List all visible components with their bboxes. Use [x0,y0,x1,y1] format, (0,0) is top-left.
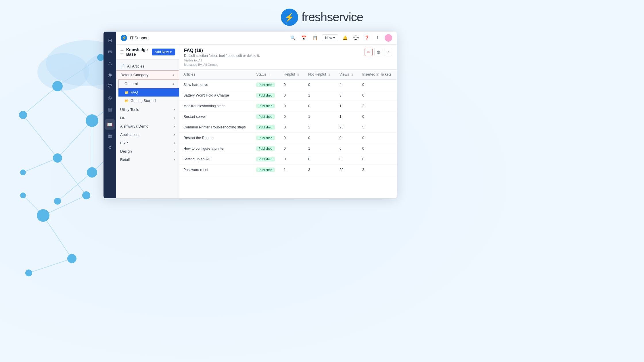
sidebar-item-faq[interactable]: 📁 FAQ [118,88,179,97]
add-new-button[interactable]: Add New ▾ [152,49,175,55]
nav-item-alerts[interactable]: ⚠ [105,58,115,68]
chevron-up-icon: ▲ [172,73,175,76]
chevron-up-icon-general: ▲ [172,82,175,85]
svg-line-8 [23,158,57,172]
sidebar-category-design[interactable]: Design ▾ [116,147,179,155]
table-row: Password reset Published 1 3 29 3 [179,165,397,175]
col-helpful[interactable]: Helpful ⇅ [280,70,304,80]
col-status[interactable]: Status ⇅ [252,70,280,80]
nav-divider [106,117,113,117]
svg-point-21 [19,111,27,119]
article-name[interactable]: Setting up an AD [179,154,252,165]
add-new-label: Add New [155,50,169,54]
document-icon: 📄 [120,64,125,68]
sidebar-category-default: Default Category ▲ General ▲ 📁 FAQ [116,70,179,105]
article-helpful: 0 [280,111,304,122]
article-name[interactable]: Mac troubleshooting steps [179,101,252,111]
faq-managed-by: Managed By: All Groups [184,63,260,66]
articles-table-container: Articles Status ⇅ Helpful ⇅ Not Helpful … [179,70,397,198]
erp-label: ERP [120,141,128,145]
nav-item-chart[interactable]: ▦ [105,131,115,141]
table-row: Restart server Published 0 1 1 0 [179,111,397,122]
article-name[interactable]: Restart server [179,111,252,122]
nav-item-filter[interactable]: ◉ [105,70,115,80]
svg-line-11 [23,195,43,215]
nav-item-settings[interactable]: ⚙ [105,142,115,153]
aishwarya-label: Aishwarya Demo [120,124,148,128]
sort-icon-helpful: ⇅ [297,73,299,76]
article-name[interactable]: Restart the Router [179,133,252,143]
article-name[interactable]: How to configure a printer [179,143,252,154]
calendar-button[interactable]: 📅 [300,34,308,42]
top-bar: ⚡ freshservice [0,0,644,32]
svg-line-12 [43,215,72,259]
article-not-helpful: 0 [304,133,336,143]
faq-label: FAQ [131,90,138,95]
sidebar-category-default-header[interactable]: Default Category ▲ [116,70,179,79]
col-not-helpful[interactable]: Not Helpful ⇅ [304,70,336,80]
article-helpful: 0 [280,90,304,101]
sidebar-category-retail[interactable]: Retail ▾ [116,155,179,164]
bolt-icon: ⚡ [284,13,294,22]
chevron-down-icon: ▾ [333,36,335,40]
avatar[interactable] [385,34,392,42]
article-name[interactable]: Battery Won't Hold a Charge [179,90,252,101]
nav-item-email[interactable]: ✉ [105,47,115,57]
col-articles[interactable]: Articles [179,70,252,80]
sidebar-category-aishwarya[interactable]: Aishwarya Demo ▾ [116,122,179,130]
search-button[interactable]: 🔍 [289,34,297,42]
faq-edit-button[interactable]: ✏ [365,48,373,56]
app-title: IT Support [130,36,149,40]
notifications-button[interactable]: 🔔 [341,34,349,42]
article-not-helpful: 1 [304,90,336,101]
col-views[interactable]: Views ⇅ [336,70,358,80]
article-not-helpful: 1 [304,143,336,154]
app-window: ⊞ ✉ ⚠ ◉ 🛡 ◎ ▦ 📖 ▦ ⚙ ⚡ IT Support 🔍 📅 📋 N… [103,32,397,198]
article-views: 0 [336,154,358,165]
sidebar-category-hr[interactable]: HR ▾ [116,114,179,122]
faq-delete-button[interactable]: 🗑 [374,48,382,56]
nav-item-grid[interactable]: ▦ [105,104,115,114]
svg-line-5 [57,57,101,86]
articles-table: Articles Status ⇅ Helpful ⇅ Not Helpful … [179,70,397,175]
sidebar: ☰ Knowledge Base Add New ▾ 📄 All Article… [116,45,179,198]
article-name[interactable]: Common Printer Troubleshooting steps [179,122,252,133]
article-not-helpful: 0 [304,154,336,165]
chevron-down-icon-utility: ▾ [174,108,175,111]
faq-actions: ✏ 🗑 ↗ [365,48,392,56]
faq-export-button[interactable]: ↗ [384,48,392,56]
logo: ⚡ freshservice [281,9,363,26]
chat-button[interactable]: 💬 [352,34,360,42]
kb-header: ☰ Knowledge Base Add New ▾ [116,45,179,60]
new-label: New [325,36,332,40]
sidebar-category-utility[interactable]: Utility Tools ▾ [116,105,179,114]
nav-item-dashboard[interactable]: ⊞ [105,35,115,45]
sidebar-item-getting-started[interactable]: 📂 Getting Started [118,97,179,105]
article-views: 1 [336,101,358,111]
chevron-down-icon-aishwarya: ▾ [174,125,175,128]
faq-subtitle: Default solution folder, feel free to ed… [184,54,260,58]
sidebar-all-articles[interactable]: 📄 All Articles [116,62,179,70]
article-views: 1 [336,111,358,122]
article-inserted: 3 [358,165,397,175]
folder-outline-icon: 📂 [124,99,129,103]
article-inserted: 0 [358,154,397,165]
nav-item-book[interactable]: 📖 [105,119,115,130]
help-button[interactable]: ❓ [363,34,371,42]
nav-item-shield[interactable]: 🛡 [105,81,115,91]
svg-point-29 [37,209,49,222]
new-dropdown-button[interactable]: New ▾ [322,34,338,41]
folder-icon: 📁 [124,90,129,95]
sidebar-general-header[interactable]: General ▲ [118,79,179,88]
chevron-down-icon-retail: ▾ [174,158,175,161]
notes-button[interactable]: 📋 [311,34,319,42]
info-button[interactable]: ℹ [374,34,382,42]
nav-item-target[interactable]: ◎ [105,93,115,103]
article-name[interactable]: Password reset [179,165,252,175]
sidebar-category-applications[interactable]: Applications ▾ [116,130,179,139]
article-name[interactable]: Slow hard drive [179,80,252,90]
article-status: Published [252,133,280,143]
article-helpful: 0 [280,80,304,90]
sidebar-category-erp[interactable]: ERP ▾ [116,139,179,147]
article-status: Published [252,143,280,154]
